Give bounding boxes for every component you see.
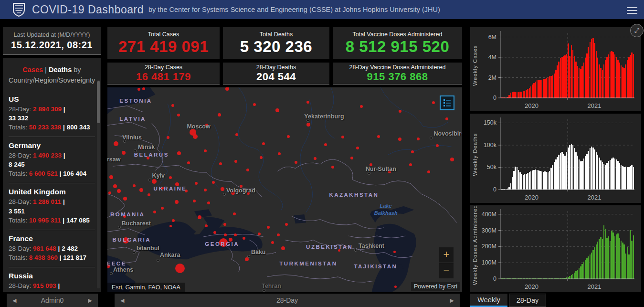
svg-text:2021: 2021 [588, 283, 602, 290]
country-totals-line: Totals: 50 233 338 | 800 343 [9, 123, 95, 132]
map-country-label: ESTONIA [119, 98, 152, 104]
lake-label: Lake [380, 203, 392, 209]
covid-case-dot [417, 138, 420, 140]
map-country-label: GEORGIA [205, 241, 239, 247]
map-city-label: Nur-Sultan [366, 166, 396, 172]
covid-case-dot [148, 193, 150, 196]
svg-text:0: 0 [493, 275, 496, 282]
covid-case-dot [218, 113, 221, 116]
covid-case-dot [153, 211, 156, 213]
scrollbar-thumb[interactable] [97, 81, 100, 123]
last-updated-value: 15.12.2021, 08:21 [3, 40, 101, 51]
svg-text:0: 0 [493, 95, 496, 101]
zoom-out-button[interactable]: − [439, 263, 454, 278]
page-subtitle: by the Center for Systems Science and En… [148, 6, 440, 13]
covid-case-dot [219, 162, 222, 165]
map-city-label: Tashkent [359, 243, 384, 249]
world-map[interactable]: ESTONIALATVIABELARUSUKRAINEROMANIABULGAR… [107, 87, 462, 292]
value-separator: | [58, 254, 63, 261]
value-separator: | [61, 124, 66, 131]
stat-label: 28-Day Deaths [223, 64, 329, 71]
28day-deaths-value: 33 332 [9, 115, 28, 122]
covid-case-dot [314, 157, 317, 160]
page-title: COVID-19 Dashboard [32, 3, 144, 16]
country-28day-line: 28-Day: 915 093 | 33 113 [9, 281, 95, 292]
country-28day-line: 28-Day: 981 648 | 2 482 [9, 244, 95, 253]
chart-svg: 400M300M200M100M020202021Weekly Doses Ad… [470, 205, 641, 292]
country-row[interactable]: Germany28-Day: 1 490 233 | 8 245Totals: … [9, 137, 95, 183]
28day-cases-value: 1 286 011 [33, 198, 61, 205]
stat-box-28-day-deaths: 28-Day Deaths204 544 [223, 63, 329, 85]
covid-case-dot [207, 201, 210, 204]
chart-ylabel: Weekly Deaths [472, 133, 478, 176]
zoom-in-button[interactable]: + [439, 247, 454, 263]
country-row[interactable]: France28-Day: 981 648 | 2 482Totals: 8 4… [9, 230, 95, 267]
map-city-label: Kyiv [152, 172, 165, 179]
map-city-label: Tehran [262, 283, 281, 289]
total-deaths-value: 121 817 [63, 254, 86, 261]
28day-cases-value: 1 490 233 [33, 152, 62, 159]
covid-case-dot [306, 101, 309, 104]
tab-28-day[interactable]: 28-Day [509, 294, 546, 307]
covid-case-dot [360, 105, 363, 108]
map-time-range-bar[interactable]: ◀ 28-Day ▶ [115, 294, 460, 307]
legend-button[interactable] [440, 95, 454, 110]
tab-weekly[interactable]: Weekly [470, 294, 507, 307]
chevron-right-icon[interactable]: ▶ [88, 297, 92, 304]
chevron-left-icon[interactable]: ◀ [120, 297, 124, 304]
covid-case-dot [277, 233, 280, 236]
lake-label: Balkhash [374, 210, 398, 216]
total-deaths-value: 106 404 [63, 170, 86, 177]
scrollbar-track[interactable] [97, 80, 100, 288]
stat-label: Total Cases [107, 31, 220, 38]
covid-case-dot [175, 200, 179, 204]
deaths-header-label: Deaths [49, 66, 72, 74]
chevron-left-icon[interactable]: ◀ [12, 297, 16, 304]
covid-case-dot [432, 101, 435, 104]
covid-case-dot [171, 104, 174, 107]
stat-value: 16 481 179 [107, 71, 220, 83]
covid-case-dot [324, 143, 327, 146]
total-cases-value: 6 600 521 [29, 170, 58, 177]
svg-text:100M: 100M [482, 259, 496, 266]
covid-case-dot [223, 223, 226, 226]
covid-case-dot [137, 88, 140, 91]
map-city-label: Volgograd [226, 187, 255, 194]
map-country-label: GREECE [107, 261, 127, 266]
last-updated-panel: Last Updated at (M/D/YYYY) 15.12.2021, 0… [3, 27, 101, 55]
country-row[interactable]: United Kingdom28-Day: 1 286 011 | 3 551T… [9, 183, 95, 229]
weekly-doses-chart: 400M300M200M100M020202021Weekly Doses Ad… [470, 205, 641, 292]
stat-value: 8 512 915 520 [333, 39, 462, 55]
hamburger-menu-icon[interactable] [627, 5, 637, 16]
country-name: United Kingdom [9, 188, 95, 196]
jhu-logo [12, 2, 25, 17]
covid-case-dot [187, 161, 190, 164]
city-marker-dot [247, 255, 250, 258]
chevron-right-icon[interactable]: ▶ [450, 297, 454, 304]
covid-case-dot [262, 142, 265, 145]
country-totals-line: Totals: 10 995 311 | 147 085 [9, 216, 95, 225]
country-list: US28-Day: 2 894 309 | 33 332Totals: 50 2… [9, 91, 95, 293]
country-name: France [9, 234, 95, 243]
city-marker-dot [430, 137, 433, 139]
svg-text:400M: 400M [482, 211, 496, 218]
total-cases-value: 10 995 311 [29, 217, 61, 224]
country-row[interactable]: US28-Day: 2 894 309 | 33 332Totals: 50 2… [9, 91, 95, 137]
expand-charts-button[interactable]: ⤢ [630, 24, 644, 37]
header-separator: | [43, 66, 49, 74]
covid-case-dot [204, 189, 207, 191]
covid-case-dot [133, 184, 136, 187]
map-zoom-control: + − [439, 247, 454, 278]
svg-text:300M: 300M [482, 227, 496, 234]
cases-header-label: Cases [22, 66, 43, 74]
admin-level-bar[interactable]: ◀ Admin0 ▶ [7, 294, 98, 307]
covid-case-dot [122, 151, 126, 155]
stat-value: 5 320 236 [223, 39, 329, 55]
covid-case-dot [235, 133, 238, 136]
country-name: US [9, 95, 95, 104]
covid-case-dot [224, 233, 227, 236]
country-row[interactable]: Russia28-Day: 915 093 | 33 113Totals: 9 … [9, 267, 95, 292]
28day-deaths-value: 2 482 [62, 245, 78, 252]
28day-label: 28-Day: [9, 152, 33, 159]
svg-text:6M: 6M [488, 34, 496, 41]
